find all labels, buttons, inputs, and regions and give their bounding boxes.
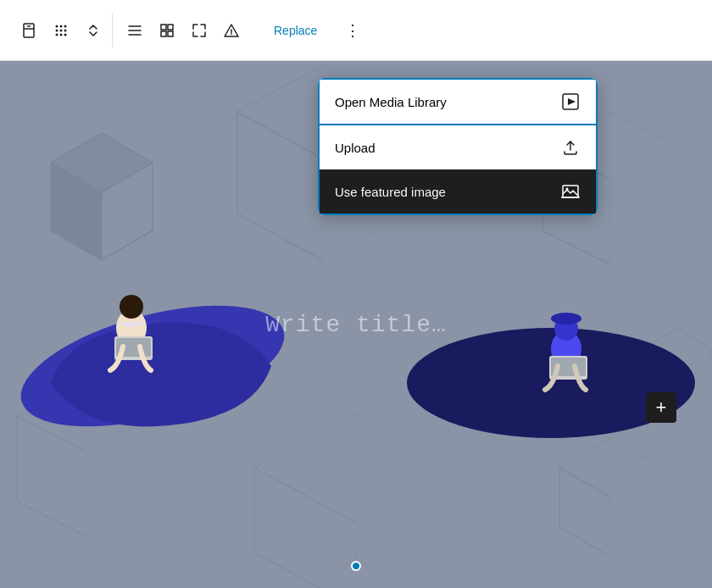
svg-point-2 — [60, 25, 63, 27]
toolbar-group-1 — [10, 14, 113, 47]
align-icon — [126, 22, 143, 39]
upload-label: Upload — [335, 141, 375, 155]
updown-button[interactable] — [78, 15, 108, 46]
svg-point-4 — [56, 29, 58, 31]
svg-point-40 — [551, 313, 581, 325]
grid-button[interactable] — [46, 15, 76, 46]
svg-marker-47 — [568, 98, 576, 105]
svg-point-6 — [64, 29, 67, 31]
grid-icon — [53, 22, 70, 39]
upload-icon — [560, 137, 581, 158]
updown-icon — [85, 22, 102, 39]
use-featured-image-label: Use featured image — [335, 185, 446, 199]
svg-point-49 — [566, 188, 569, 191]
write-title-placeholder[interactable]: Write title… — [265, 312, 447, 338]
dropdown-menu: Open Media Library Upload Use featured i… — [318, 78, 598, 215]
bookmark-button[interactable] — [14, 15, 44, 46]
svg-point-34 — [120, 295, 143, 319]
toolbar: Replace ⋮ — [0, 0, 712, 61]
align-button[interactable] — [120, 15, 150, 46]
svg-rect-12 — [161, 31, 166, 36]
expand-icon — [191, 22, 208, 39]
expand-button[interactable] — [184, 15, 214, 46]
add-block-button[interactable]: + — [646, 392, 676, 423]
toolbar-group-2 — [116, 14, 250, 47]
inner-grid-icon — [159, 22, 175, 39]
bookmark-icon — [20, 22, 37, 39]
replace-button[interactable]: Replace — [260, 15, 331, 46]
media-library-icon — [560, 92, 581, 112]
svg-point-3 — [64, 25, 67, 27]
svg-point-5 — [60, 29, 63, 31]
more-icon: ⋮ — [345, 21, 360, 40]
warning-button[interactable] — [216, 15, 247, 46]
open-media-library-button[interactable]: Open Media Library — [318, 78, 598, 125]
use-featured-image-button[interactable]: Use featured image — [318, 169, 598, 215]
svg-point-14 — [231, 34, 232, 35]
svg-point-1 — [56, 25, 58, 27]
svg-rect-13 — [168, 31, 173, 36]
warning-icon — [223, 22, 240, 39]
svg-point-7 — [56, 33, 58, 36]
plus-icon: + — [656, 397, 667, 419]
featured-image-icon — [560, 181, 581, 202]
svg-point-8 — [60, 33, 63, 36]
upload-button[interactable]: Upload — [318, 125, 598, 169]
svg-point-9 — [64, 33, 67, 36]
svg-rect-10 — [161, 25, 166, 30]
open-media-library-label: Open Media Library — [335, 95, 447, 109]
svg-rect-11 — [168, 25, 173, 30]
main-content-area: Write title… Open Media Library Upload — [0, 61, 712, 588]
more-options-button[interactable]: ⋮ — [337, 15, 368, 46]
inner-grid-button[interactable] — [152, 15, 182, 46]
scroll-indicator — [351, 561, 361, 571]
